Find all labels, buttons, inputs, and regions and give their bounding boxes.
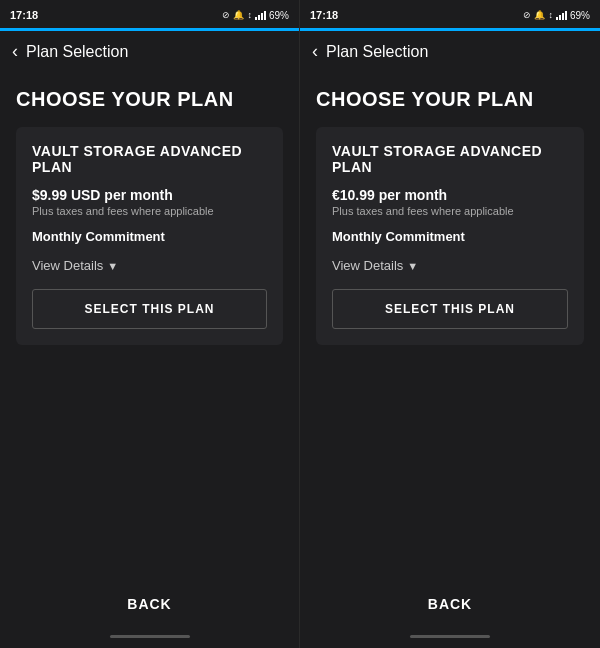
sync-icon: ↕ xyxy=(247,10,252,20)
content-area: CHOOSE YOUR PLAN VAULT STORAGE ADVANCED … xyxy=(300,72,600,580)
page-title: CHOOSE YOUR PLAN xyxy=(316,88,584,111)
battery-indicator: 69% xyxy=(570,10,590,21)
battery-indicator: 69% xyxy=(269,10,289,21)
page-title: CHOOSE YOUR PLAN xyxy=(16,88,283,111)
panel-left: 17:18 ⊘ 🔔 ↕ 69% ‹ Plan Selection xyxy=(0,0,300,648)
do-not-disturb-icon: ⊘ xyxy=(222,10,230,20)
content-area: CHOOSE YOUR PLAN VAULT STORAGE ADVANCED … xyxy=(0,72,299,580)
back-button[interactable]: BACK xyxy=(428,596,472,612)
bottom-bar xyxy=(0,628,299,648)
back-nav-button[interactable]: ‹ xyxy=(12,41,18,62)
nav-title: Plan Selection xyxy=(26,43,128,61)
notification-icon: 🔔 xyxy=(534,10,545,20)
sync-icon: ↕ xyxy=(548,10,553,20)
view-details-label: View Details xyxy=(32,258,103,273)
home-indicator xyxy=(110,635,190,638)
plan-commitment: Monthly Commitment xyxy=(332,229,568,244)
back-button[interactable]: BACK xyxy=(127,596,171,612)
signal-bars-icon xyxy=(556,10,567,20)
notification-icon: 🔔 xyxy=(233,10,244,20)
nav-bar: ‹ Plan Selection xyxy=(300,31,600,72)
plan-price-note: Plus taxes and fees where applicable xyxy=(32,205,267,217)
view-details-toggle[interactable]: View Details ▼ xyxy=(332,258,568,273)
status-icons: ⊘ 🔔 ↕ 69% xyxy=(222,10,289,21)
plan-card: VAULT STORAGE ADVANCED PLAN €10.99 per m… xyxy=(316,127,584,345)
plan-price: €10.99 per month xyxy=(332,187,568,203)
do-not-disturb-icon: ⊘ xyxy=(523,10,531,20)
back-button-container: BACK xyxy=(0,580,299,628)
plan-name: VAULT STORAGE ADVANCED PLAN xyxy=(332,143,568,175)
status-bar: 17:18 ⊘ 🔔 ↕ 69% xyxy=(0,0,299,28)
select-plan-button[interactable]: SELECT THIS PLAN xyxy=(32,289,267,329)
back-button-container: BACK xyxy=(300,580,600,628)
panel-right: 17:18 ⊘ 🔔 ↕ 69% ‹ Plan Selection xyxy=(300,0,600,648)
select-plan-button[interactable]: SELECT THIS PLAN xyxy=(332,289,568,329)
chevron-down-icon: ▼ xyxy=(407,260,418,272)
chevron-down-icon: ▼ xyxy=(107,260,118,272)
plan-price: $9.99 USD per month xyxy=(32,187,267,203)
plan-name: VAULT STORAGE ADVANCED PLAN xyxy=(32,143,267,175)
home-indicator xyxy=(410,635,490,638)
status-bar: 17:18 ⊘ 🔔 ↕ 69% xyxy=(300,0,600,28)
plan-price-note: Plus taxes and fees where applicable xyxy=(332,205,568,217)
status-icons: ⊘ 🔔 ↕ 69% xyxy=(523,10,590,21)
view-details-toggle[interactable]: View Details ▼ xyxy=(32,258,267,273)
back-nav-button[interactable]: ‹ xyxy=(312,41,318,62)
status-time: 17:18 xyxy=(10,9,38,21)
status-time: 17:18 xyxy=(310,9,338,21)
signal-bars-icon xyxy=(255,10,266,20)
plan-card: VAULT STORAGE ADVANCED PLAN $9.99 USD pe… xyxy=(16,127,283,345)
nav-title: Plan Selection xyxy=(326,43,428,61)
view-details-label: View Details xyxy=(332,258,403,273)
plan-commitment: Monthly Commitment xyxy=(32,229,267,244)
nav-bar: ‹ Plan Selection xyxy=(0,31,299,72)
bottom-bar xyxy=(300,628,600,648)
